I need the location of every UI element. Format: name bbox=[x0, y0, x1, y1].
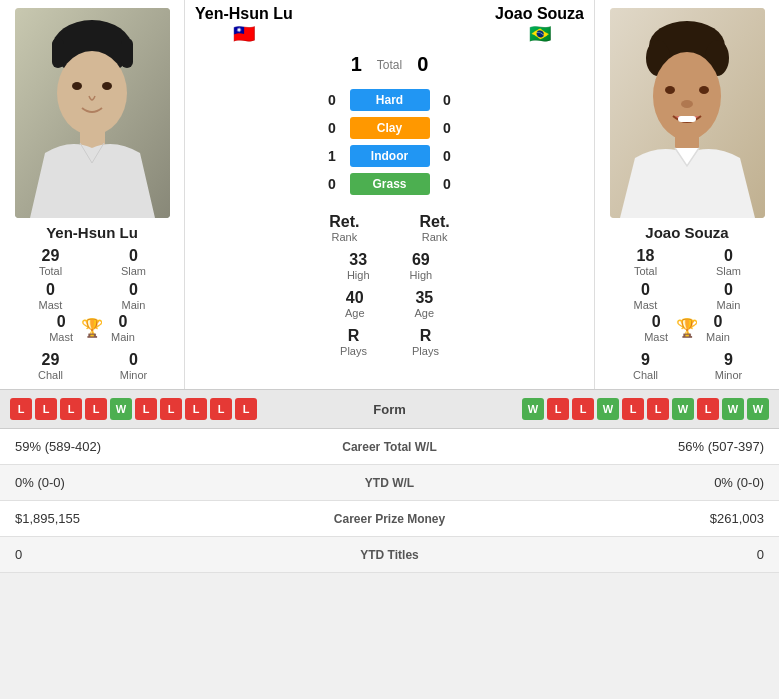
right-chall-label: Chall bbox=[633, 369, 658, 381]
right-rank-center: Ret. Rank bbox=[420, 213, 450, 243]
right-main-stat: 0 Main bbox=[693, 281, 764, 311]
svg-point-15 bbox=[681, 100, 693, 108]
left-main-trophy: 0 Main bbox=[111, 313, 135, 343]
right-minor-stat: 9 Minor bbox=[693, 351, 764, 381]
right-main-trophy: 0 Main bbox=[706, 313, 730, 343]
clay-badge: Clay bbox=[350, 117, 430, 139]
form-badge-l: L bbox=[697, 398, 719, 420]
stats-left-val-1: 0% (0-0) bbox=[15, 475, 290, 490]
right-trophy-row: 0 Mast 🏆 0 Main bbox=[644, 313, 730, 343]
form-badge-w: W bbox=[522, 398, 544, 420]
form-section: LLLLWLLLLL Form WLLWLLWLWW bbox=[0, 389, 779, 429]
age-row: 40 Age 35 Age bbox=[345, 289, 434, 319]
left-rank-center: Ret. Rank bbox=[329, 213, 359, 243]
left-h2h-player: Yen-Hsun Lu 🇹🇼 bbox=[195, 5, 293, 45]
clay-row: 0 Clay 0 bbox=[190, 117, 589, 139]
stats-right-val-0: 56% (507-397) bbox=[490, 439, 765, 454]
form-badge-l: L bbox=[135, 398, 157, 420]
left-minor-label: Minor bbox=[120, 369, 148, 381]
left-age-center: 40 Age bbox=[345, 289, 365, 319]
right-trophy-icon: 🏆 bbox=[676, 317, 698, 339]
indoor-row: 1 Indoor 0 bbox=[190, 145, 589, 167]
left-plays-label: Plays bbox=[340, 345, 367, 357]
form-badge-w: W bbox=[672, 398, 694, 420]
left-rank-val: Ret. bbox=[329, 213, 359, 231]
right-player-photo bbox=[610, 8, 765, 218]
right-rank-val: Ret. bbox=[420, 213, 450, 231]
stats-right-val-1: 0% (0-0) bbox=[490, 475, 765, 490]
form-label: Form bbox=[373, 402, 406, 417]
form-badge-l: L bbox=[210, 398, 232, 420]
left-minor-stat: 0 Minor bbox=[98, 351, 169, 381]
left-high-label: High bbox=[347, 269, 370, 281]
left-plays-center: R Plays bbox=[340, 327, 367, 357]
left-total-value: 29 bbox=[42, 247, 60, 265]
stats-center-label-2: Career Prize Money bbox=[290, 512, 490, 526]
main-container: Yen-Hsun Lu 29 Total 0 Slam 0 Mast 0 Mai… bbox=[0, 0, 779, 573]
right-plays-label: Plays bbox=[412, 345, 439, 357]
form-badge-l: L bbox=[185, 398, 207, 420]
form-badge-w: W bbox=[747, 398, 769, 420]
left-age-label: Age bbox=[345, 307, 365, 319]
right-total-stat: 18 Total bbox=[610, 247, 681, 277]
right-mast-label: Mast bbox=[634, 299, 658, 311]
left-player-photo bbox=[15, 8, 170, 218]
right-main-label: Main bbox=[717, 299, 741, 311]
right-mast-trophy: 0 Mast bbox=[644, 313, 668, 343]
right-chall-stats: 9 Chall 9 Minor bbox=[600, 351, 774, 381]
stats-table: 59% (589-402)Career Total W/L56% (507-39… bbox=[0, 429, 779, 573]
svg-point-13 bbox=[665, 86, 675, 94]
grass-badge: Grass bbox=[350, 173, 430, 195]
left-mast-stat: 0 Mast bbox=[15, 281, 86, 311]
left-mast-value: 0 bbox=[46, 281, 55, 299]
left-chall-label: Chall bbox=[38, 369, 63, 381]
left-age-val: 40 bbox=[346, 289, 364, 307]
form-badge-l: L bbox=[160, 398, 182, 420]
right-mast-value: 0 bbox=[641, 281, 650, 299]
plays-row: R Plays R Plays bbox=[340, 327, 439, 357]
right-mast-trophy-val: 0 bbox=[652, 313, 661, 331]
left-main-trophy-val: 0 bbox=[118, 313, 127, 331]
svg-rect-3 bbox=[52, 38, 64, 68]
right-player-block: Joao Souza 18 Total 0 Slam 0 Mast 0 Main bbox=[594, 0, 779, 389]
form-badge-l: L bbox=[572, 398, 594, 420]
right-plays-val: R bbox=[420, 327, 432, 345]
right-chall-stat: 9 Chall bbox=[610, 351, 681, 381]
left-form-badges: LLLLWLLLLL bbox=[10, 398, 257, 420]
svg-point-12 bbox=[653, 52, 721, 140]
stats-left-val-0: 59% (589-402) bbox=[15, 439, 290, 454]
high-row: 33 High 69 High bbox=[347, 251, 432, 281]
left-slam-value: 0 bbox=[129, 247, 138, 265]
form-badge-l: L bbox=[85, 398, 107, 420]
form-badge-l: L bbox=[35, 398, 57, 420]
stats-row-0: 59% (589-402)Career Total W/L56% (507-39… bbox=[0, 429, 779, 465]
right-total-label: Total bbox=[634, 265, 657, 277]
form-badge-l: L bbox=[647, 398, 669, 420]
h2h-header: Yen-Hsun Lu 🇹🇼 Joao Souza 🇧🇷 bbox=[190, 5, 589, 45]
total-score-row: 1 Total 0 bbox=[190, 53, 589, 76]
left-minor-value: 0 bbox=[129, 351, 138, 369]
left-trophy-row: 0 Mast 🏆 0 Main bbox=[49, 313, 135, 343]
players-section: Yen-Hsun Lu 29 Total 0 Slam 0 Mast 0 Mai… bbox=[0, 0, 779, 389]
right-h2h-player: Joao Souza 🇧🇷 bbox=[495, 5, 584, 45]
hard-badge: Hard bbox=[350, 89, 430, 111]
right-mast-stat: 0 Mast bbox=[610, 281, 681, 311]
right-age-label: Age bbox=[415, 307, 435, 319]
left-main-value: 0 bbox=[129, 281, 138, 299]
form-badge-w: W bbox=[110, 398, 132, 420]
right-flag: 🇧🇷 bbox=[529, 23, 551, 45]
stats-row-1: 0% (0-0)YTD W/L0% (0-0) bbox=[0, 465, 779, 501]
form-badge-l: L bbox=[10, 398, 32, 420]
left-mast-label: Mast bbox=[39, 299, 63, 311]
right-age-val: 35 bbox=[415, 289, 433, 307]
form-badge-l: L bbox=[60, 398, 82, 420]
left-chall-value: 29 bbox=[42, 351, 60, 369]
stats-right-val-3: 0 bbox=[490, 547, 765, 562]
left-total-score: 1 bbox=[351, 53, 362, 76]
indoor-right-score: 0 bbox=[440, 148, 455, 164]
clay-right-score: 0 bbox=[440, 120, 455, 136]
right-total-score: 0 bbox=[417, 53, 428, 76]
svg-point-2 bbox=[57, 51, 127, 135]
left-mast-trophy: 0 Mast bbox=[49, 313, 73, 343]
left-h2h-name: Yen-Hsun Lu bbox=[195, 5, 293, 23]
